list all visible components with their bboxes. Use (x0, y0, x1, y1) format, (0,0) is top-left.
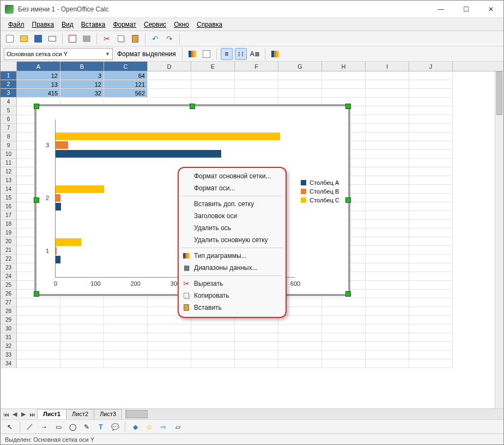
cm-format-major-grid[interactable]: Формат основной сетки... (179, 170, 286, 182)
cell[interactable] (322, 71, 366, 80)
cell[interactable] (409, 141, 453, 150)
cell[interactable] (148, 351, 191, 359)
cell[interactable] (409, 333, 453, 342)
rect-tool[interactable]: ▭ (52, 421, 64, 433)
cell[interactable] (409, 342, 453, 351)
cell[interactable]: 32 (60, 89, 104, 98)
row-header[interactable]: 28 (1, 307, 17, 316)
column-header[interactable]: B (60, 62, 104, 71)
cell[interactable] (104, 342, 148, 351)
chart-bar[interactable] (56, 203, 61, 211)
cell[interactable] (409, 290, 453, 298)
cell[interactable] (366, 290, 409, 298)
legend-button[interactable]: A≣ (249, 48, 261, 60)
cell[interactable] (322, 351, 366, 359)
cell[interactable] (366, 255, 409, 263)
row-header[interactable]: 9 (1, 141, 17, 150)
cm-data-ranges[interactable]: ▦ Диапазоны данных... (179, 262, 286, 274)
cm-format-axis[interactable]: Формат оси... (179, 182, 286, 194)
cell[interactable] (235, 333, 278, 342)
cell[interactable] (366, 167, 409, 176)
cell[interactable] (278, 333, 322, 342)
tab-first[interactable]: ⏮ (2, 411, 10, 418)
data-labels-button[interactable] (269, 48, 281, 60)
cell[interactable] (60, 316, 104, 324)
row-header[interactable]: 23 (1, 263, 17, 272)
column-header[interactable]: E (191, 62, 235, 71)
cell[interactable] (366, 246, 409, 255)
row-header[interactable]: 31 (1, 333, 17, 342)
row-header[interactable]: 24 (1, 272, 17, 281)
row-header[interactable]: 18 (1, 220, 17, 228)
cell[interactable] (366, 133, 409, 141)
shapes-tool[interactable]: ◆ (129, 421, 141, 433)
chart-bar[interactable] (56, 150, 221, 158)
cell[interactable] (409, 98, 453, 106)
cell[interactable] (17, 316, 60, 324)
cell[interactable]: 415 (17, 89, 60, 98)
sheet-tab-1[interactable]: Лист1 (37, 409, 66, 419)
cell[interactable] (366, 333, 409, 342)
cell[interactable] (235, 342, 278, 351)
cell[interactable] (409, 281, 453, 290)
menu-file[interactable]: Файл (5, 20, 28, 29)
cm-delete-axis[interactable]: Удалить ось (179, 222, 286, 234)
cell[interactable] (409, 89, 453, 98)
row-header[interactable]: 7 (1, 124, 17, 133)
ellipse-tool[interactable]: ◯ (66, 421, 78, 433)
cell[interactable] (322, 333, 366, 342)
legend-item[interactable]: Столбец C (301, 197, 339, 203)
cell[interactable] (278, 316, 322, 324)
column-header[interactable]: H (322, 62, 366, 71)
cell[interactable] (366, 351, 409, 359)
vertical-scroll-thumb[interactable] (496, 71, 502, 115)
resize-handle[interactable] (345, 291, 351, 297)
cell[interactable] (366, 324, 409, 333)
cell[interactable] (17, 307, 60, 316)
cell[interactable] (409, 71, 453, 80)
row-header[interactable]: 5 (1, 106, 17, 115)
cell[interactable] (366, 220, 409, 228)
menu-edit[interactable]: Правка (29, 20, 58, 29)
cell[interactable] (409, 176, 453, 185)
cell[interactable] (366, 176, 409, 185)
sheet-tab-2[interactable]: Лист2 (66, 409, 94, 419)
select-all-corner[interactable] (1, 62, 17, 71)
row-header[interactable]: 22 (1, 255, 17, 263)
cell[interactable] (322, 80, 366, 89)
cell[interactable] (104, 351, 148, 359)
cell[interactable] (191, 359, 235, 368)
cell[interactable] (409, 316, 453, 324)
chart-data-button[interactable] (201, 48, 212, 60)
row-header[interactable]: 3 (1, 89, 17, 98)
row-header[interactable]: 4 (1, 98, 17, 106)
cell[interactable]: 64 (104, 71, 148, 80)
symbol-tool[interactable]: ☺ (143, 421, 155, 433)
cell[interactable] (366, 80, 409, 89)
column-header[interactable]: I (366, 62, 409, 71)
minimize-button[interactable]: — (428, 1, 453, 18)
cell[interactable] (366, 211, 409, 220)
cm-paste[interactable]: Вставить (179, 302, 286, 314)
row-header[interactable]: 34 (1, 359, 17, 368)
cell[interactable] (278, 71, 322, 80)
cell[interactable] (235, 351, 278, 359)
paste-button[interactable] (129, 33, 141, 45)
cell[interactable] (366, 106, 409, 115)
vgrid-button[interactable]: ⫶⫶ (235, 48, 247, 60)
hgrid-button[interactable]: ≡ (221, 48, 233, 60)
chart-type-button[interactable] (186, 48, 198, 60)
cell[interactable] (191, 324, 235, 333)
column-header[interactable]: F (235, 62, 278, 71)
cell[interactable] (235, 324, 278, 333)
copy-button[interactable] (115, 33, 127, 45)
cell[interactable] (278, 359, 322, 368)
cell[interactable] (148, 359, 191, 368)
cell[interactable] (409, 133, 453, 141)
horizontal-scrollbar[interactable] (125, 409, 503, 419)
cell[interactable] (409, 237, 453, 246)
cell[interactable] (366, 159, 409, 167)
resize-handle[interactable] (34, 291, 39, 297)
print-button[interactable] (81, 33, 93, 45)
resize-handle[interactable] (345, 104, 351, 109)
